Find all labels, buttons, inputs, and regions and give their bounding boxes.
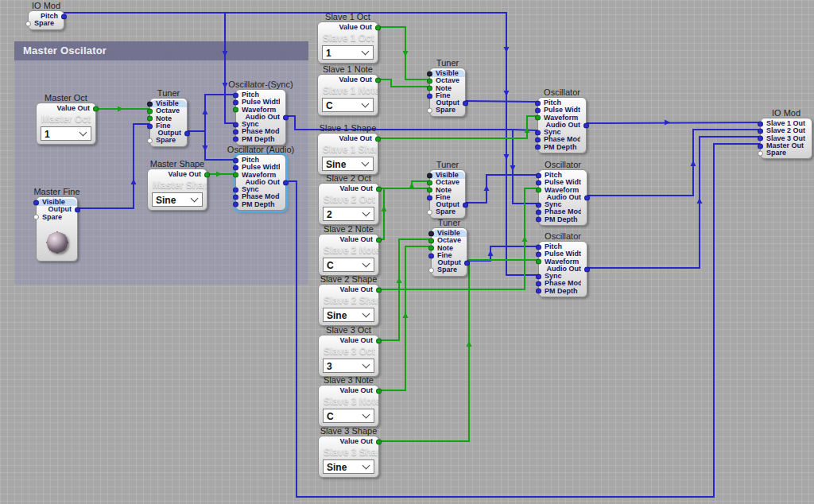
pin-value-out[interactable]: Value Out bbox=[318, 76, 378, 83]
pin-fine[interactable]: Fine bbox=[150, 122, 187, 130]
input-pin-dot[interactable] bbox=[427, 195, 432, 200]
dropdown-master-shape[interactable]: Sine bbox=[152, 192, 203, 207]
pin-spare[interactable]: Spare bbox=[432, 266, 467, 273]
pin-pulse-width[interactable]: Pulse Width bbox=[236, 99, 285, 106]
dropdown-slave2-shape[interactable]: Sine bbox=[323, 308, 374, 322]
pin-fine[interactable]: Fine bbox=[430, 194, 465, 201]
node-tuner-slave2-upper[interactable]: TunerVisibleOctaveNoteFineOutputSpare bbox=[429, 169, 466, 219]
input-pin-dot[interactable] bbox=[427, 93, 432, 99]
output-pin-dot[interactable] bbox=[463, 202, 468, 207]
input-pin-dot[interactable] bbox=[428, 253, 434, 258]
pin-waveform[interactable]: Waveform bbox=[539, 258, 587, 266]
input-pin-dot[interactable] bbox=[536, 180, 541, 185]
input-pin-dot[interactable] bbox=[535, 145, 541, 150]
node-slave2-note[interactable]: Slave 2 NoteValue OutSlave 2 NoteC bbox=[318, 234, 379, 276]
node-tuner-master[interactable]: TunerVisibleOctaveNoteFineOutputSpare bbox=[149, 98, 188, 147]
input-pin-dot[interactable] bbox=[758, 136, 763, 142]
pin-pm-depth[interactable]: PM Depth bbox=[539, 216, 587, 223]
input-pin-dot[interactable] bbox=[758, 121, 763, 126]
pin-value-out[interactable]: Value Out bbox=[319, 236, 378, 243]
wire[interactable] bbox=[587, 130, 760, 196]
input-pin-dot[interactable] bbox=[427, 188, 432, 193]
pin-value-out[interactable]: Value Out bbox=[37, 105, 95, 112]
node-slave2-shape[interactable]: Slave 2 ShapeValue OutSlave 2 ShapeSine bbox=[318, 284, 379, 326]
node-master-fine[interactable]: Master FineVisibleOutputSpare bbox=[36, 196, 78, 262]
input-pin-dot[interactable] bbox=[33, 200, 39, 205]
pin-spare[interactable]: Spare bbox=[430, 208, 465, 215]
node-osc-slave3[interactable]: OscillatorPitchPulse WidthWaveformAudio … bbox=[538, 241, 587, 297]
pin-sync[interactable]: Sync bbox=[538, 129, 586, 136]
input-pin-dot[interactable] bbox=[233, 195, 238, 200]
output-pin-dot[interactable] bbox=[375, 25, 381, 30]
input-pin-dot[interactable] bbox=[758, 150, 763, 156]
pin-spare[interactable]: Spare bbox=[150, 137, 187, 144]
input-pin-dot[interactable] bbox=[535, 115, 541, 121]
pin-spare[interactable]: Spare bbox=[430, 107, 465, 114]
pin-note[interactable]: Note bbox=[432, 245, 467, 252]
input-pin-dot[interactable] bbox=[535, 107, 541, 113]
node-slave1-oct[interactable]: Slave 1 OctValue OutSlave 1 Oct1 bbox=[317, 21, 378, 64]
pin-output[interactable]: Output bbox=[432, 259, 467, 266]
pin-waveform[interactable]: Waveform bbox=[538, 114, 586, 122]
input-pin-dot[interactable] bbox=[147, 108, 153, 114]
output-pin-dot[interactable] bbox=[584, 195, 590, 200]
pin-pitch[interactable]: Pitch bbox=[539, 243, 587, 250]
pin-octave[interactable]: Octave bbox=[430, 77, 465, 84]
pin-pitch[interactable]: Pitch bbox=[236, 157, 285, 164]
input-pin-dot[interactable] bbox=[427, 173, 432, 178]
node-master-oct[interactable]: Master OctValue OutMaster Oct1 bbox=[36, 103, 96, 145]
input-pin-dot[interactable] bbox=[25, 21, 31, 26]
wire[interactable] bbox=[378, 188, 429, 239]
pin-value-out[interactable]: Value Out bbox=[319, 438, 378, 445]
pin-visible[interactable]: Visible bbox=[150, 100, 187, 107]
input-pin-dot[interactable] bbox=[427, 86, 432, 91]
input-pin-dot[interactable] bbox=[428, 238, 434, 243]
pin-output[interactable]: Output bbox=[150, 130, 187, 137]
input-pin-dot[interactable] bbox=[233, 107, 238, 113]
output-pin-dot[interactable] bbox=[93, 106, 99, 111]
pin-phase-mod[interactable]: Phase Mod bbox=[538, 136, 586, 143]
output-pin-dot[interactable] bbox=[376, 338, 382, 343]
pin-fine[interactable]: Fine bbox=[432, 252, 467, 259]
pin-audio-out[interactable]: Audio Out bbox=[236, 179, 285, 186]
input-pin-dot[interactable] bbox=[233, 165, 238, 170]
input-pin-dot[interactable] bbox=[233, 99, 238, 105]
output-pin-dot[interactable] bbox=[283, 180, 289, 185]
node-slave3-oct[interactable]: Slave 3 OctValue OutSlave 3 Oct3 bbox=[318, 335, 379, 377]
input-pin-dot[interactable] bbox=[536, 173, 541, 178]
output-pin-dot[interactable] bbox=[283, 114, 289, 120]
pin-value-out[interactable]: Value Out bbox=[319, 387, 378, 394]
wire[interactable] bbox=[467, 246, 538, 261]
node-io-mod-left[interactable]: IO ModPitchSpare bbox=[28, 10, 64, 30]
output-pin-dot[interactable] bbox=[583, 122, 589, 128]
output-pin-dot[interactable] bbox=[376, 388, 382, 394]
node-tuner-slave2-lower[interactable]: TunerVisibleOctaveNoteFineOutputSpare bbox=[431, 227, 467, 277]
pin-sync[interactable]: Sync bbox=[236, 186, 285, 193]
pin-phase-mod[interactable]: Phase Mod bbox=[236, 193, 285, 200]
pin-pm-depth[interactable]: PM Depth bbox=[538, 144, 586, 151]
dropdown-slave3-note[interactable]: C bbox=[323, 409, 374, 423]
input-pin-dot[interactable] bbox=[147, 101, 153, 107]
pin-value-out[interactable]: Value Out bbox=[319, 286, 378, 293]
pin-slave-1-out[interactable]: Slave 1 Out bbox=[761, 120, 812, 127]
input-pin-dot[interactable] bbox=[535, 130, 541, 135]
pin-value-out[interactable]: Value Out bbox=[319, 337, 378, 344]
output-pin-dot[interactable] bbox=[376, 439, 382, 444]
pin-visible[interactable]: Visible bbox=[37, 199, 77, 206]
node-tuner-slave1[interactable]: TunerVisibleOctaveNoteFineOutputSpare bbox=[429, 68, 466, 117]
pin-output[interactable]: Output bbox=[37, 206, 77, 213]
output-pin-dot[interactable] bbox=[61, 14, 67, 19]
pin-octave[interactable]: Octave bbox=[432, 237, 467, 244]
node-slave3-note[interactable]: Slave 3 NoteValue OutSlave 3 NoteC bbox=[318, 385, 379, 427]
output-pin-dot[interactable] bbox=[463, 100, 468, 106]
output-pin-dot[interactable] bbox=[376, 237, 382, 242]
input-pin-dot[interactable] bbox=[536, 281, 541, 287]
output-pin-dot[interactable] bbox=[375, 136, 381, 142]
pin-sync[interactable]: Sync bbox=[236, 121, 285, 128]
node-slave3-shape[interactable]: Slave 3 ShapeValue OutSlave 3 ShapeSine bbox=[318, 436, 379, 478]
pin-pm-depth[interactable]: PM Depth bbox=[236, 136, 285, 143]
pin-note[interactable]: Note bbox=[430, 85, 465, 92]
node-osc-sync[interactable]: Oscillator-(Sync)PitchPulse WidthWavefor… bbox=[235, 89, 286, 145]
input-pin-dot[interactable] bbox=[536, 273, 541, 279]
pin-pitch[interactable]: Pitch bbox=[29, 13, 64, 20]
